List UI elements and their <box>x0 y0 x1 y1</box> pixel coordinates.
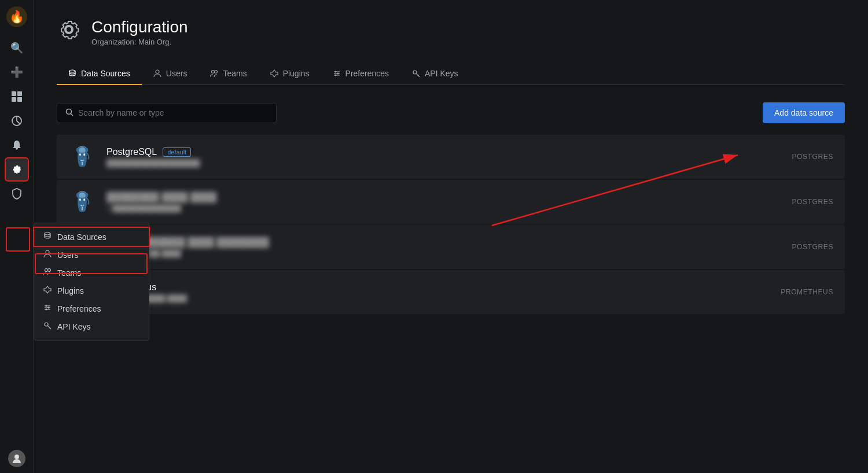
tab-preferences-label: Preferences <box>345 69 389 78</box>
datasource-url-postgres-1: ███████████████████ <box>106 159 782 167</box>
svg-point-21 <box>156 70 159 73</box>
datasource-name-postgres-3: ████████████ ████ ████████ <box>106 237 782 247</box>
datasource-item-postgres-1[interactable]: PostgreSQL default ███████████████████ P… <box>57 135 845 179</box>
svg-point-22 <box>212 71 215 73</box>
context-menu-users-label: Users <box>57 250 79 260</box>
svg-point-10 <box>45 269 48 272</box>
search-input[interactable] <box>78 108 268 117</box>
sidebar-item-dashboards[interactable] <box>6 86 28 108</box>
postgres-logo-2 <box>68 188 96 216</box>
postgres-logo-1 <box>68 143 96 171</box>
api-keys-icon <box>43 322 52 331</box>
user-avatar[interactable] <box>8 450 25 467</box>
sidebar-item-search[interactable]: 🔍 <box>6 37 28 59</box>
teams-icon <box>43 268 52 278</box>
default-badge: default <box>163 147 191 157</box>
tab-users-label: Users <box>166 69 187 78</box>
svg-point-16 <box>46 305 47 307</box>
datasource-url-postgres-3: ████ ████ ██ ████ <box>106 249 782 257</box>
page-title: Configuration <box>91 18 188 36</box>
svg-marker-24 <box>271 70 278 77</box>
svg-point-9 <box>46 250 49 254</box>
datasource-url-postgres-2: 1 ██████████████ <box>106 204 782 212</box>
sidebar-bottom <box>8 450 25 467</box>
user-icon <box>43 250 52 260</box>
datasource-item-postgres-2[interactable]: ████████ ████ ████ 1 ██████████████ POST… <box>57 180 845 224</box>
tab-teams-label: Teams <box>223 69 247 78</box>
datasource-item-postgres-3[interactable]: ████████████ ████ ████████ ████ ████ ██ … <box>57 225 845 269</box>
sidebar-item-configuration[interactable] <box>6 158 28 180</box>
svg-point-29 <box>337 73 339 75</box>
datasource-info-prometheus: Prometheus ████ ██ 2 ████ ████ <box>106 282 770 302</box>
context-menu-api-keys-label: API Keys <box>57 322 91 331</box>
tab-preferences[interactable]: Preferences <box>321 63 400 85</box>
sidebar: 🔥 🔍 ➕ <box>0 0 34 473</box>
svg-point-39 <box>79 193 86 198</box>
main-content: Configuration Organization: Main Org. Da… <box>34 0 868 473</box>
datasource-name-postgres-2: ████████ ████ ████ <box>106 192 782 202</box>
database-icon <box>43 232 52 242</box>
tab-data-sources-label: Data Sources <box>81 69 130 78</box>
configuration-icon <box>57 17 81 47</box>
tab-data-sources[interactable]: Data Sources <box>57 63 142 85</box>
datasource-name-postgres-1: PostgreSQL default <box>106 147 782 157</box>
context-menu-item-teams[interactable]: Teams <box>34 264 149 282</box>
datasource-item-prometheus[interactable]: Prometheus ████ ██ 2 ████ ████ PROMETHEU… <box>57 270 845 314</box>
svg-point-19 <box>45 323 48 326</box>
svg-rect-2 <box>12 91 16 96</box>
search-bar: Add data source <box>57 102 845 123</box>
sidebar-item-explore[interactable] <box>6 110 28 132</box>
context-menu-plugins-label: Plugins <box>57 286 84 295</box>
svg-point-31 <box>413 71 417 74</box>
tab-plugins-label: Plugins <box>283 69 310 78</box>
context-menu-preferences-label: Preferences <box>57 304 101 313</box>
datasource-info-postgres-1: PostgreSQL default ███████████████████ <box>106 147 782 167</box>
svg-point-8 <box>45 232 50 235</box>
sidebar-item-shield[interactable] <box>6 183 28 205</box>
sidebar-item-add[interactable]: ➕ <box>6 61 28 83</box>
svg-point-41 <box>83 198 85 201</box>
svg-rect-5 <box>17 97 22 102</box>
context-menu-teams-label: Teams <box>57 268 81 278</box>
plugins-icon <box>43 286 52 295</box>
context-menu-item-data-sources[interactable]: Data Sources <box>34 228 149 246</box>
svg-point-20 <box>69 70 75 72</box>
datasource-name-prometheus: Prometheus <box>106 282 770 293</box>
preferences-icon <box>43 304 52 313</box>
svg-point-28 <box>334 71 336 73</box>
tab-users[interactable]: Users <box>142 63 199 85</box>
svg-point-40 <box>79 198 81 201</box>
tab-teams[interactable]: Teams <box>198 63 258 85</box>
tab-users-icon <box>153 69 161 77</box>
svg-point-11 <box>48 269 51 272</box>
configuration-context-menu: Data Sources Users Teams Plugins <box>34 223 149 341</box>
svg-point-32 <box>67 109 72 114</box>
tab-api-keys-label: API Keys <box>425 69 458 78</box>
svg-rect-4 <box>12 97 16 102</box>
datasource-type-postgres-2: POSTGRES <box>792 198 833 206</box>
datasource-info-postgres-2: ████████ ████ ████ 1 ██████████████ <box>106 192 782 212</box>
sidebar-item-alerting[interactable] <box>6 134 28 156</box>
tab-api-keys-icon <box>412 69 420 77</box>
svg-point-35 <box>79 153 81 156</box>
context-menu-data-sources-label: Data Sources <box>57 232 106 242</box>
svg-text:🔥: 🔥 <box>9 9 25 24</box>
context-menu-item-preferences[interactable]: Preferences <box>34 300 149 317</box>
datasource-url-prometheus: ████ ██ 2 ████ ████ <box>106 294 770 302</box>
search-icon <box>65 108 73 118</box>
svg-point-30 <box>334 75 336 76</box>
search-wrapper <box>57 103 277 123</box>
tab-teams-icon <box>210 69 218 77</box>
svg-point-23 <box>215 71 218 73</box>
add-datasource-button[interactable]: Add data source <box>763 102 845 123</box>
context-menu-item-users[interactable]: Users <box>34 246 149 264</box>
datasource-info-postgres-3: ████████████ ████ ████████ ████ ████ ██ … <box>106 237 782 257</box>
tab-plugins[interactable]: Plugins <box>259 63 321 85</box>
datasource-type-postgres-1: POSTGRES <box>792 153 833 161</box>
context-menu-item-api-keys[interactable]: API Keys <box>34 317 149 335</box>
tab-api-keys[interactable]: API Keys <box>400 63 470 85</box>
context-menu-item-plugins[interactable]: Plugins <box>34 282 149 300</box>
grafana-logo[interactable]: 🔥 <box>6 6 28 28</box>
tab-data-sources-icon <box>68 69 76 77</box>
page-header: Configuration Organization: Main Org. <box>57 17 845 47</box>
